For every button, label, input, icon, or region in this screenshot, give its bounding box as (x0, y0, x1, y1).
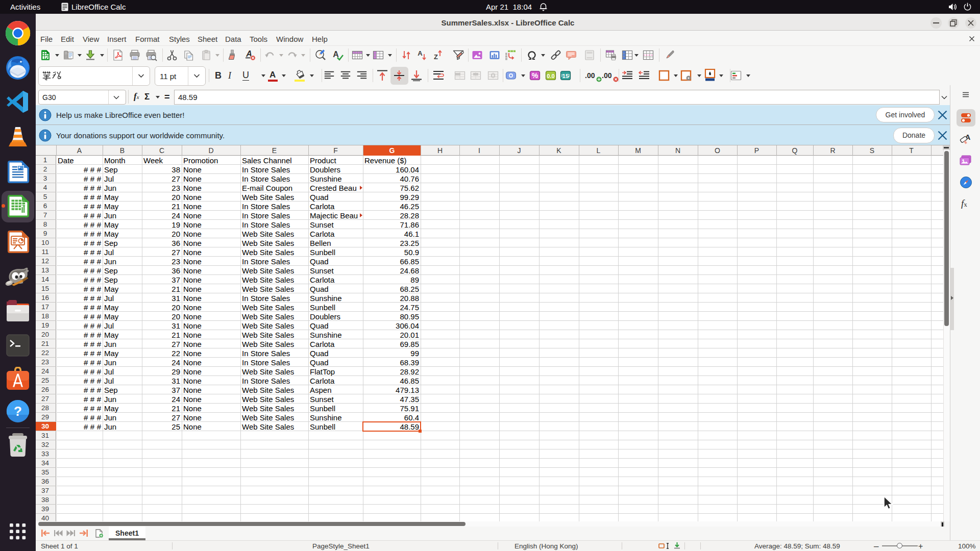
svg-text:%: % (532, 71, 538, 80)
svg-text:A: A (418, 49, 423, 57)
svg-text:15: 15 (562, 73, 569, 79)
svg-text:Z: Z (434, 53, 438, 61)
svg-text:0.0: 0.0 (547, 73, 554, 79)
svg-text:?: ? (14, 404, 22, 419)
svg-text:A: A (333, 50, 339, 59)
